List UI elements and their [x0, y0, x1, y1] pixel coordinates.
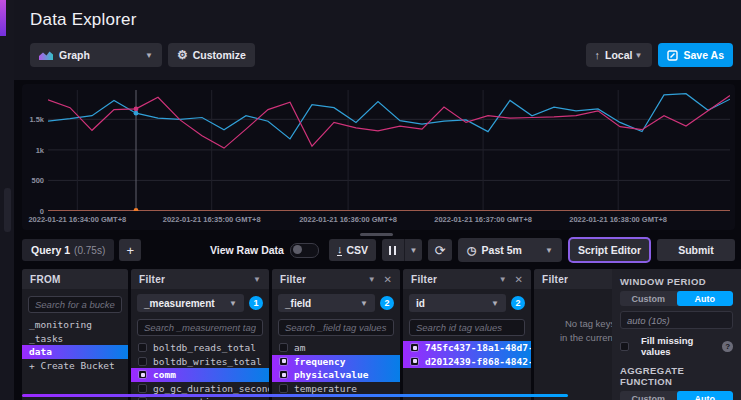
window-period-panel: WINDOW PERIOD Custom Auto auto (10s) Fil… [612, 269, 741, 400]
filter-title: Filter [411, 274, 437, 285]
query-duration: (0.75s) [74, 245, 105, 256]
fill-missing-values-row[interactable]: Fill missing values ? [620, 335, 733, 357]
view-type-dropdown[interactable]: Graph ▼ [30, 43, 162, 67]
view-raw-data-toggle[interactable] [290, 243, 319, 258]
filter-value-row[interactable]: go_gc_duration_seconds [131, 382, 269, 396]
checkbox[interactable] [279, 384, 288, 393]
chevron-down-icon: ▼ [635, 51, 643, 60]
checkbox[interactable] [138, 384, 147, 393]
custom-option[interactable]: Custom [620, 391, 677, 400]
query-builder: FROM _monitoring _tasks data + Create Bu… [22, 269, 741, 400]
view-raw-data-label: View Raw Data [210, 244, 284, 256]
window-period-value[interactable]: auto (10s) [620, 311, 733, 329]
time-series-chart[interactable]: 05001k1.5k 2022-01-21 16:34:00 GMT+82022… [22, 84, 735, 230]
customize-button[interactable]: ⚙ Customize [168, 43, 255, 67]
measurement-search-input[interactable] [137, 319, 263, 336]
filter-value-label: go_gc_duration_seconds [153, 383, 269, 394]
aggregate-mode-toggle[interactable]: Custom Auto [620, 391, 733, 400]
tag-key-dropdown[interactable]: _measurement ▼ [137, 294, 244, 312]
local-label: Local [605, 49, 632, 61]
x-tick-label: 2022-01-21 16:34:00 GMT+8 [28, 215, 126, 224]
auto-option[interactable]: Auto [677, 391, 734, 400]
filter-value-label: 745fc437-18a1-48d7-98a6-7… [425, 342, 531, 353]
query-tab[interactable]: Query 1 (0.75s) [22, 239, 114, 261]
filter-value-row[interactable]: 745fc437-18a1-48d7-98a6-7… [403, 341, 531, 355]
checkbox[interactable] [138, 357, 147, 366]
filter-value-row[interactable]: boltdb_reads_total [131, 341, 269, 355]
checkbox[interactable] [410, 357, 419, 366]
submit-button[interactable]: Submit [657, 239, 735, 261]
filter-value-row[interactable]: boltdb_writes_total [131, 355, 269, 369]
filter-header: Filter ▼ [131, 269, 269, 289]
filter-title: Filter [280, 274, 306, 285]
auto-option[interactable]: Auto [677, 291, 734, 306]
csv-download-button[interactable]: ↓ CSV [329, 239, 376, 261]
field-search-input[interactable] [278, 319, 394, 336]
header: Data Explorer Graph ▼ ⚙ Customize ↑ Loca… [14, 0, 741, 80]
chevron-down-icon[interactable]: ▼ [368, 275, 376, 284]
chevron-down-icon[interactable]: ▼ [405, 239, 422, 261]
filter-header: Filter ▼ ✕ [403, 269, 531, 289]
fill-missing-values-label: Fill missing values [641, 335, 722, 357]
view-type-label: Graph [59, 49, 90, 61]
filter-value-row[interactable]: temperature [272, 382, 400, 396]
save-as-label: Save As [684, 49, 724, 61]
filter-value-label: comm [153, 369, 176, 380]
window-period-mode-toggle[interactable]: Custom Auto [620, 291, 733, 306]
nav-rail[interactable] [0, 0, 14, 400]
filter-value-label: boltdb_writes_total [153, 356, 262, 367]
chevron-down-icon[interactable]: ▼ [253, 275, 261, 284]
filter-value-label: physicalvalue [294, 369, 368, 380]
id-filter-panel: Filter ▼ ✕ id ▼ 2 745fc437-18a1-48d7-98a… [403, 269, 531, 400]
checkbox[interactable] [279, 370, 288, 379]
filter-value-row[interactable]: physicalvalue [272, 368, 400, 382]
checkbox[interactable] [620, 342, 629, 351]
filter-value-row[interactable]: frequency [272, 355, 400, 369]
csv-label: CSV [346, 244, 368, 256]
pause-split-button[interactable]: ▼ [382, 239, 422, 261]
checkbox[interactable] [138, 370, 147, 379]
script-editor-label: Script Editor [578, 244, 641, 256]
checkbox[interactable] [410, 343, 419, 352]
refresh-button[interactable]: ⟳ [428, 239, 452, 261]
id-search-input[interactable] [409, 319, 525, 336]
tag-key-dropdown[interactable]: id ▼ [409, 294, 506, 312]
bucket-item[interactable]: _monitoring [22, 318, 128, 332]
y-tick-label: 500 [22, 176, 44, 185]
bucket-item[interactable]: _tasks [22, 332, 128, 346]
filter-value-label: temperature [294, 383, 357, 394]
script-editor-button[interactable]: Script Editor [570, 239, 649, 261]
submit-label: Submit [678, 244, 714, 256]
nav-active-indicator [0, 0, 6, 36]
bucket-search-input[interactable] [28, 296, 122, 313]
filter-value-row[interactable]: am [272, 341, 400, 355]
bucket-label: _tasks [29, 333, 63, 344]
close-icon[interactable]: ✕ [515, 274, 523, 285]
time-range-dropdown[interactable]: ◷ Past 5m ▼ [458, 238, 562, 262]
checkbox[interactable] [138, 343, 147, 352]
x-tick-label: 2022-01-21 16:37:00 GMT+8 [434, 215, 532, 224]
help-icon[interactable]: ? [722, 341, 733, 352]
window-period-title: WINDOW PERIOD [612, 273, 741, 291]
query-bar: Query 1 (0.75s) + View Raw Data ↓ CSV ▼ … [22, 238, 735, 262]
checkbox[interactable] [279, 343, 288, 352]
chart-svg [48, 90, 730, 211]
tag-key-dropdown[interactable]: _field ▼ [278, 294, 375, 312]
add-query-button[interactable]: + [119, 239, 141, 261]
x-tick-label: 2022-01-21 16:38:00 GMT+8 [569, 215, 667, 224]
chevron-down-icon[interactable]: ▼ [499, 275, 507, 284]
upload-icon: ↑ [595, 49, 601, 61]
local-dropdown[interactable]: ↑ Local ▼ [586, 43, 652, 67]
nav-rail-thumb[interactable] [4, 188, 11, 232]
save-as-button[interactable]: Save As [658, 43, 733, 67]
close-icon[interactable]: ✕ [384, 274, 392, 285]
pause-icon[interactable] [382, 239, 405, 261]
horizontal-scrollbar-thumb[interactable] [22, 394, 568, 397]
chart-scrollbar-thumb[interactable] [360, 233, 393, 236]
checkbox[interactable] [279, 357, 288, 366]
bucket-item[interactable]: data [22, 345, 128, 359]
filter-value-row[interactable]: comm [131, 368, 269, 382]
create-bucket-button[interactable]: + Create Bucket [22, 359, 128, 373]
filter-value-row[interactable]: d2012439-f868-4842-bfef-8… [403, 355, 531, 369]
custom-option[interactable]: Custom [620, 291, 677, 306]
